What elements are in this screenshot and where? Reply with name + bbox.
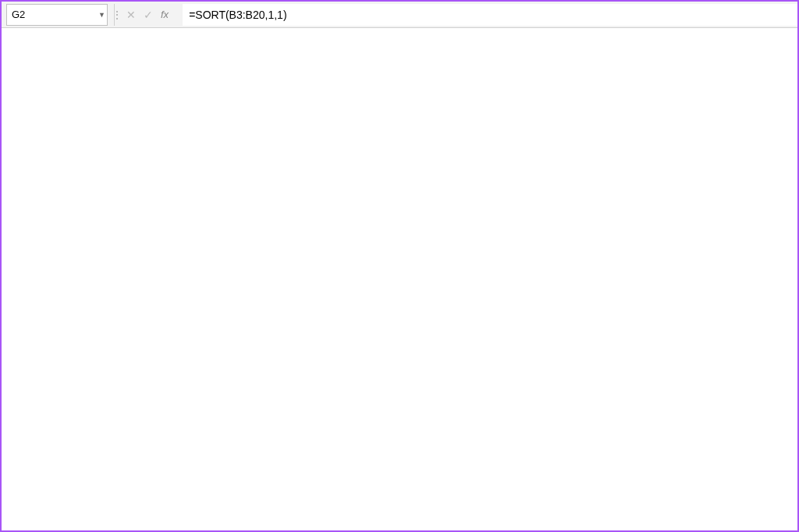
fx-label[interactable]: fx <box>161 9 169 20</box>
name-box[interactable]: G2 ▼ <box>6 4 108 26</box>
enter-icon[interactable]: ✓ <box>144 9 153 21</box>
name-box-dropdown-icon[interactable]: ▼ <box>98 11 105 19</box>
formula-bar: G2 ▼ ⋮ ✕ ✓ fx <box>2 2 797 28</box>
formula-input[interactable] <box>183 4 797 26</box>
cancel-icon[interactable]: ✕ <box>126 9 136 21</box>
name-box-value: G2 <box>12 9 25 20</box>
formula-bar-buttons: ✕ ✓ fx <box>119 9 183 21</box>
